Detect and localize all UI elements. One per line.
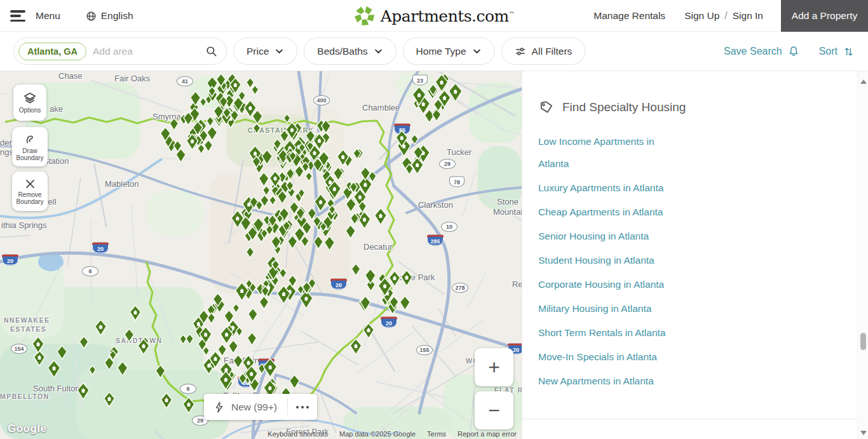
search-icon[interactable] <box>205 45 217 57</box>
map-pin[interactable] <box>363 323 374 339</box>
map-pin[interactable] <box>400 296 410 310</box>
save-search-button[interactable]: Save Search <box>724 45 800 58</box>
map-pin[interactable] <box>350 339 362 355</box>
map-pin[interactable] <box>411 135 418 145</box>
search-area-field[interactable]: Atlanta, GA <box>13 37 227 65</box>
map-canvas[interactable]: ChaseFair OaksakeSmyrnadenngsWesley Stat… <box>0 71 522 439</box>
map-pin[interactable] <box>32 337 44 353</box>
map-pin[interactable] <box>79 336 88 348</box>
map-pin[interactable] <box>360 167 370 180</box>
new-listings-button[interactable]: New (99+) <box>204 394 317 420</box>
specialty-link[interactable]: Student Housing in Atlanta <box>538 249 672 271</box>
draw-boundary-button[interactable]: Draw Boundary <box>12 127 48 166</box>
specialty-link[interactable]: Luxury Apartments in Atlanta <box>538 177 672 199</box>
menu-button[interactable]: Menu <box>36 10 60 22</box>
specialty-link[interactable]: Short Term Rentals in Atlanta <box>538 321 672 344</box>
sign-in-link[interactable]: Sign In <box>733 10 763 22</box>
map-pin[interactable] <box>288 236 297 249</box>
hamburger-menu-icon[interactable] <box>10 9 27 23</box>
map-pin[interactable] <box>233 355 243 368</box>
price-dropdown[interactable]: Price <box>233 37 297 65</box>
map-pin[interactable] <box>125 329 134 342</box>
specialty-link[interactable]: Military Housing in Atlanta <box>538 297 672 320</box>
map-pin[interactable] <box>324 236 334 251</box>
filter-bar: Atlanta, GA Price Beds/Baths Home Type A… <box>0 32 868 71</box>
location-pill[interactable]: Atlanta, GA <box>18 43 86 60</box>
manage-rentals-link[interactable]: Manage Rentals <box>593 10 665 22</box>
map-pin[interactable] <box>351 264 360 276</box>
map-pin[interactable] <box>263 186 270 195</box>
specialty-link[interactable]: Move-In Specials in Atlanta <box>538 346 672 368</box>
map-pin[interactable] <box>89 365 95 374</box>
remove-boundary-button[interactable]: Remove Boundary <box>12 172 48 211</box>
language-selector[interactable]: English <box>86 10 133 22</box>
map-pin[interactable] <box>170 118 179 130</box>
scrollbar-thumb[interactable] <box>860 333 866 350</box>
map-pin[interactable] <box>246 247 254 258</box>
terms-link[interactable]: Terms <box>427 430 446 438</box>
map-pin[interactable] <box>264 359 277 377</box>
specialty-link[interactable]: Cheap Apartments in Atlanta <box>538 201 672 223</box>
map-pin[interactable] <box>259 172 269 186</box>
map-pin[interactable] <box>186 334 194 344</box>
zoom-out-button[interactable]: − <box>475 391 513 429</box>
map-pin[interactable] <box>204 140 212 152</box>
map-pin[interactable] <box>290 375 300 389</box>
map-pin[interactable] <box>401 270 412 286</box>
zoom-in-button[interactable]: + <box>475 348 513 386</box>
sort-button[interactable]: Sort <box>819 46 855 58</box>
map-pin[interactable] <box>365 269 376 283</box>
scroll-up-arrow[interactable] <box>860 79 867 84</box>
map-pin[interactable] <box>78 383 90 400</box>
map-pin[interactable] <box>34 351 44 366</box>
map-pin[interactable] <box>247 332 257 345</box>
sign-up-link[interactable]: Sign Up <box>684 10 719 22</box>
map-pin[interactable] <box>306 172 313 182</box>
map-pin[interactable] <box>233 304 239 313</box>
map-pin[interactable] <box>207 116 214 126</box>
map-pin[interactable] <box>449 83 462 102</box>
map-options-button[interactable]: Options <box>13 84 46 121</box>
map-pin[interactable] <box>48 360 60 377</box>
map-pin[interactable] <box>118 361 128 376</box>
map-pin[interactable] <box>161 393 172 409</box>
home-type-dropdown[interactable]: Home Type <box>403 37 495 65</box>
map-pin[interactable] <box>156 365 165 378</box>
map-pin[interactable] <box>183 397 194 413</box>
specialty-link[interactable]: Corporate Housing in Atlanta <box>538 273 672 295</box>
panel-scrollbar[interactable] <box>857 71 868 439</box>
map-pin[interactable] <box>375 208 387 225</box>
map-pin[interactable] <box>207 126 217 140</box>
specialty-link[interactable]: Senior Housing in Atlanta <box>538 225 672 247</box>
map-pin[interactable] <box>259 296 269 309</box>
add-area-input[interactable] <box>93 46 199 57</box>
map-pin[interactable] <box>262 150 273 165</box>
more-options-icon[interactable] <box>288 406 317 409</box>
report-error-link[interactable]: Report a map error <box>458 430 517 438</box>
specialty-link[interactable]: New Apartments in Atlanta <box>538 370 672 392</box>
map-pin[interactable] <box>248 308 257 321</box>
map-pin[interactable] <box>252 85 259 95</box>
map-attribution: Keyboard shortcuts Map data ©2025 Google… <box>268 430 517 438</box>
map-pin[interactable] <box>253 123 261 133</box>
scroll-down-arrow[interactable] <box>860 431 867 435</box>
map-pin[interactable] <box>247 78 254 88</box>
map-pin[interactable] <box>315 194 327 211</box>
map-pin[interactable] <box>180 335 187 344</box>
all-filters-button[interactable]: All Filters <box>501 37 586 65</box>
map-pin[interactable] <box>346 225 355 239</box>
map-pin[interactable] <box>229 341 238 354</box>
map-pin[interactable] <box>218 344 227 356</box>
specialty-link[interactable]: Low Income Apartments in Atlanta <box>538 130 672 175</box>
beds-baths-dropdown[interactable]: Beds/Baths <box>304 37 396 65</box>
map-pin[interactable] <box>104 392 115 407</box>
map-pin[interactable] <box>284 114 290 123</box>
map-pin[interactable] <box>314 236 323 249</box>
apartments-logo[interactable]: Apartments.com™ <box>354 0 515 32</box>
tag-icon <box>537 98 555 116</box>
map-pin[interactable] <box>95 320 106 335</box>
add-property-button[interactable]: Add a Property <box>781 0 868 32</box>
map-pin[interactable] <box>57 346 67 360</box>
keyboard-shortcuts-link[interactable]: Keyboard shortcuts <box>268 430 328 438</box>
map-pin[interactable] <box>130 306 140 321</box>
